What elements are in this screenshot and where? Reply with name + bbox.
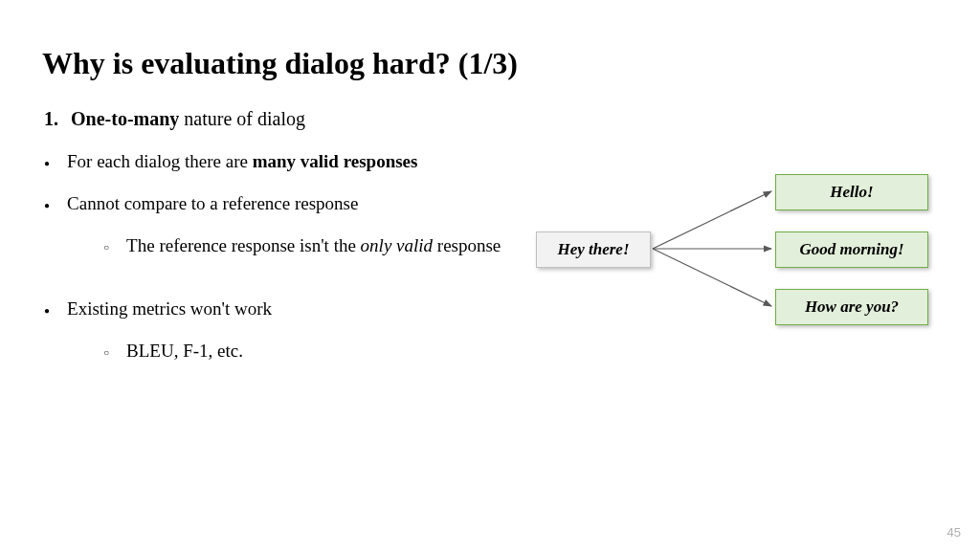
sub-bullet-1: The reference response isn't the only va…: [103, 235, 501, 256]
list-number: 1.: [42, 108, 71, 130]
plain-text: The reference response isn't the: [126, 235, 361, 255]
bullet-text: For each dialog there are many valid res…: [67, 151, 417, 172]
sub-list: BLEU, F-1, etc.: [67, 341, 272, 362]
response-diagram: Hey there! Hello! Good morning! How are …: [536, 161, 947, 352]
text-column: 1. One-to-many nature of dialog For each…: [42, 108, 597, 404]
bullet-text: Cannot compare to a reference response T…: [67, 193, 501, 277]
bullet-2: Cannot compare to a reference response T…: [44, 193, 597, 277]
page-number: 45: [947, 525, 961, 540]
sub-bullet-2: BLEU, F-1, etc.: [103, 341, 272, 362]
sub-list: The reference response isn't the only va…: [67, 235, 501, 256]
sub-text: BLEU, F-1, etc.: [126, 341, 243, 362]
response-box-1: Hello!: [775, 174, 928, 210]
plain-text: Cannot compare to a reference response: [67, 193, 358, 213]
bold-text: One-to-many: [71, 108, 179, 129]
bullet-text: Existing metrics won't work BLEU, F-1, e…: [67, 298, 272, 383]
bold-text: many valid responses: [253, 151, 418, 171]
source-box: Hey there!: [536, 231, 651, 268]
plain-text: For each dialog there are: [67, 151, 253, 171]
slide: Why is evaluating dialog hard? (1/3) 1. …: [0, 0, 980, 551]
numbered-item-1: 1. One-to-many nature of dialog: [42, 108, 597, 130]
plain-text: nature of dialog: [179, 108, 305, 129]
arrow-1: [653, 191, 771, 249]
arrow-3: [653, 249, 771, 306]
bullet-1: For each dialog there are many valid res…: [44, 151, 597, 172]
list-text: One-to-many nature of dialog: [71, 108, 305, 130]
plain-text: Existing metrics won't work: [67, 298, 272, 319]
italic-text: only valid: [361, 235, 433, 255]
slide-title: Why is evaluating dialog hard? (1/3): [42, 46, 938, 81]
bullet-3: Existing metrics won't work BLEU, F-1, e…: [44, 298, 597, 383]
response-box-3: How are you?: [775, 289, 928, 325]
response-box-2: Good morning!: [775, 231, 928, 268]
plain-text: response: [433, 235, 501, 255]
sub-text: The reference response isn't the only va…: [126, 235, 501, 256]
bullet-list: For each dialog there are many valid res…: [42, 151, 597, 383]
